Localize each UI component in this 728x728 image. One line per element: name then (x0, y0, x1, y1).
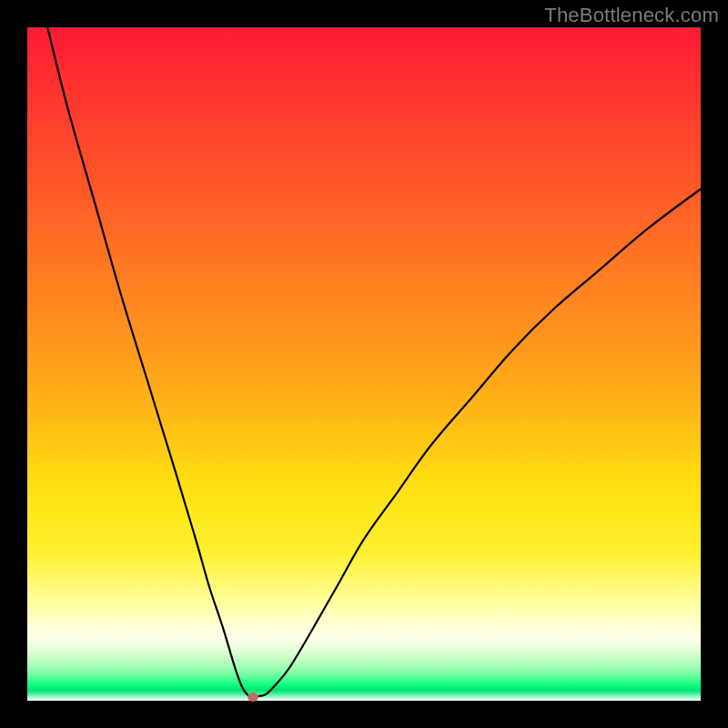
bottleneck-curve (27, 27, 701, 701)
optimum-marker (248, 693, 258, 702)
chart-plot-area (27, 27, 701, 701)
chart-frame: TheBottleneck.com (0, 0, 728, 728)
watermark-text: TheBottleneck.com (544, 4, 719, 27)
curve-path (47, 27, 701, 697)
